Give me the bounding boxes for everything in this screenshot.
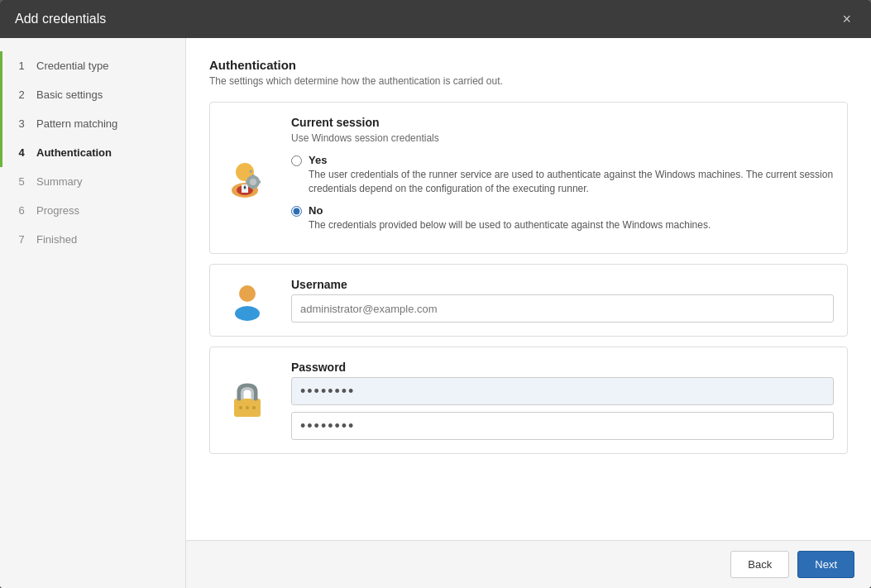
step-num-6: 6 (13, 204, 30, 217)
add-credentials-dialog: Add credentials × 1 Credential type 2 Ba… (0, 0, 871, 588)
step-num-3: 3 (13, 117, 30, 130)
step-num-2: 2 (13, 88, 30, 101)
sidebar-label-4: Authentication (36, 146, 112, 159)
step-num-1: 1 (13, 60, 30, 72)
lock-icon (226, 379, 269, 422)
dialog-footer: Back Next (186, 540, 871, 588)
radio-no-text: No The credentials provided below will b… (309, 204, 711, 232)
dialog-title: Add credentials (15, 12, 106, 26)
password-content: Password (285, 347, 847, 453)
svg-rect-7 (252, 174, 255, 177)
sidebar-item-progress: 6 Progress (0, 196, 185, 225)
session-radio-group: Yes The user credentials of the runner s… (291, 154, 834, 232)
radio-yes-text: Yes The user credentials of the runner s… (309, 154, 834, 196)
radio-no[interactable] (291, 206, 302, 217)
current-session-sublabel: Use Windows session credentials (291, 132, 834, 144)
current-session-card: Current session Use Windows session cred… (209, 102, 848, 254)
next-button[interactable]: Next (797, 551, 854, 578)
radio-option-no[interactable]: No The credentials provided below will b… (291, 204, 834, 232)
radio-no-label: No (309, 204, 711, 217)
step-num-5: 5 (13, 175, 30, 188)
password-label: Password (291, 361, 834, 374)
username-input[interactable] (291, 294, 834, 323)
sidebar-item-finished: 7 Finished (0, 225, 185, 254)
sidebar-label-6: Progress (36, 204, 79, 217)
radio-option-yes[interactable]: Yes The user credentials of the runner s… (291, 154, 834, 196)
sidebar-label-7: Finished (36, 233, 77, 246)
password-card: Password (209, 347, 848, 454)
section-desc: The settings which determine how the aut… (209, 75, 848, 87)
radio-no-desc: The credentials provided below will be u… (309, 218, 711, 232)
user-gear-icon (223, 154, 271, 202)
close-button[interactable]: × (837, 10, 856, 28)
username-card: Username (209, 264, 848, 337)
username-icon (210, 265, 285, 336)
svg-rect-9 (246, 181, 248, 184)
svg-rect-8 (252, 187, 255, 189)
svg-point-6 (250, 179, 256, 185)
svg-point-16 (246, 406, 249, 409)
svg-rect-10 (258, 181, 261, 184)
sidebar-label-2: Basic settings (36, 88, 103, 101)
back-button[interactable]: Back (730, 551, 789, 578)
svg-point-13 (235, 306, 260, 321)
dialog-header: Add credentials × (0, 0, 871, 38)
sidebar-item-authentication[interactable]: 4 Authentication (0, 138, 185, 167)
radio-yes-label: Yes (309, 154, 834, 166)
sidebar-item-basic-settings[interactable]: 2 Basic settings (0, 80, 185, 109)
username-label: Username (291, 278, 834, 291)
sidebar: 1 Credential type 2 Basic settings 3 Pat… (0, 38, 186, 588)
sidebar-label-5: Summary (36, 175, 83, 188)
step-num-7: 7 (13, 233, 30, 246)
sidebar-item-pattern-matching[interactable]: 3 Pattern matching (0, 109, 185, 138)
sidebar-item-summary: 5 Summary (0, 167, 185, 196)
svg-point-12 (239, 285, 256, 302)
step-num-4: 4 (13, 146, 30, 159)
content-area: Authentication The settings which determ… (186, 38, 871, 540)
current-session-label: Current session (291, 116, 834, 129)
svg-point-17 (252, 406, 256, 409)
user-icon (226, 279, 269, 322)
password-input[interactable] (291, 377, 834, 405)
password-icon (210, 347, 285, 453)
main-content: Authentication The settings which determ… (186, 38, 871, 588)
radio-yes[interactable] (291, 155, 302, 166)
svg-point-15 (239, 406, 242, 409)
current-session-icon (210, 103, 285, 253)
username-content: Username (285, 265, 847, 336)
sidebar-label-1: Credential type (36, 60, 108, 72)
section-title: Authentication (209, 58, 848, 72)
radio-yes-desc: The user credentials of the runner servi… (309, 168, 834, 196)
sidebar-label-3: Pattern matching (36, 117, 117, 130)
dialog-body: 1 Credential type 2 Basic settings 3 Pat… (0, 38, 871, 588)
password-confirm-input[interactable] (291, 412, 834, 440)
sidebar-item-credential-type[interactable]: 1 Credential type (0, 51, 185, 80)
current-session-content: Current session Use Windows session cred… (285, 103, 847, 253)
